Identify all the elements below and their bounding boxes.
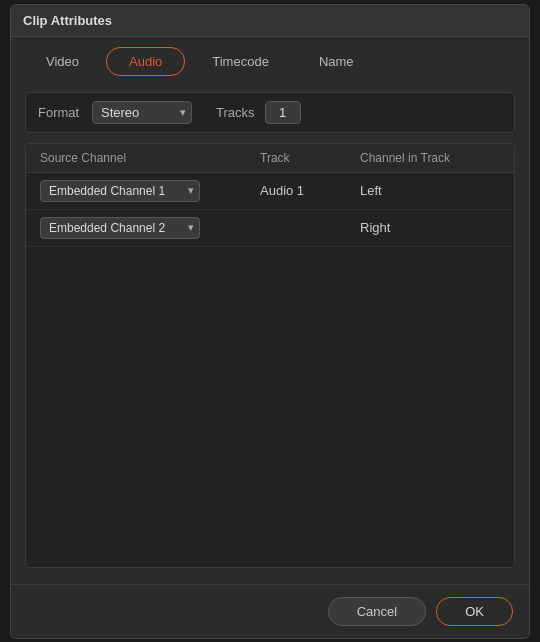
table-row: Embedded Channel 2 Embedded Channel 1 Ri… — [26, 210, 514, 247]
channel-table: Source Channel Track Channel in Track Em… — [25, 143, 515, 568]
channel-1-select-wrapper: Embedded Channel 1 Embedded Channel 2 — [40, 180, 200, 202]
table-row: Embedded Channel 1 Embedded Channel 2 Au… — [26, 173, 514, 210]
channel-2-select-wrapper: Embedded Channel 2 Embedded Channel 1 — [40, 217, 200, 239]
track-cell-2 — [256, 226, 356, 230]
header-track: Track — [256, 149, 356, 167]
tab-video[interactable]: Video — [23, 47, 102, 76]
tracks-label: Tracks — [216, 105, 255, 120]
table-header: Source Channel Track Channel in Track — [26, 144, 514, 173]
header-source-channel: Source Channel — [36, 149, 256, 167]
source-channel-cell-2: Embedded Channel 2 Embedded Channel 1 — [36, 215, 256, 241]
empty-rows — [26, 247, 514, 567]
tracks-value: 1 — [265, 101, 301, 124]
format-row: Format Stereo Mono 5.1 7.1 Tracks 1 — [25, 92, 515, 133]
source-channel-cell-1: Embedded Channel 1 Embedded Channel 2 — [36, 178, 256, 204]
clip-attributes-dialog: Clip Attributes Video Audio Timecode Nam… — [10, 4, 530, 639]
cancel-button[interactable]: Cancel — [328, 597, 426, 626]
tab-name[interactable]: Name — [296, 47, 377, 76]
track-cell-1: Audio 1 — [256, 181, 356, 200]
tab-audio[interactable]: Audio — [106, 47, 185, 76]
ok-button[interactable]: OK — [436, 597, 513, 626]
dialog-title: Clip Attributes — [11, 5, 529, 37]
channel-in-track-cell-1: Left — [356, 181, 504, 200]
format-select-wrapper: Stereo Mono 5.1 7.1 — [92, 101, 192, 124]
dialog-footer: Cancel OK — [11, 584, 529, 638]
audio-content: Format Stereo Mono 5.1 7.1 Tracks 1 Sour… — [11, 76, 529, 584]
channel-in-track-cell-2: Right — [356, 218, 504, 237]
header-channel-in-track: Channel in Track — [356, 149, 504, 167]
channel-1-select[interactable]: Embedded Channel 1 Embedded Channel 2 — [40, 180, 200, 202]
tab-timecode[interactable]: Timecode — [189, 47, 292, 76]
format-label: Format — [38, 105, 82, 120]
format-select[interactable]: Stereo Mono 5.1 7.1 — [92, 101, 192, 124]
channel-2-select[interactable]: Embedded Channel 2 Embedded Channel 1 — [40, 217, 200, 239]
tab-bar: Video Audio Timecode Name — [11, 37, 529, 76]
